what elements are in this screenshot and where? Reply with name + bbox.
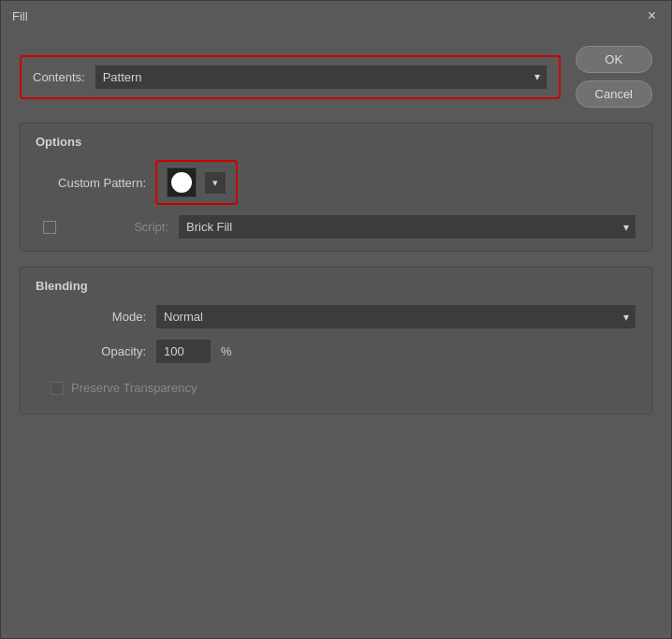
script-row: Script: Brick Fill [36,214,636,240]
custom-pattern-row: Custom Pattern: ▾ [36,160,636,205]
custom-pattern-label: Custom Pattern: [43,176,146,190]
contents-select-wrapper: Pattern [95,65,548,90]
percent-sign: % [221,344,232,358]
blending-section-title: Blending [36,279,636,293]
options-section: Options Custom Pattern: ▾ S [20,123,652,252]
script-label: Script: [66,220,168,234]
pattern-circle [171,172,192,193]
opacity-input[interactable] [155,339,212,364]
ok-cancel-buttons: OK Cancel [576,46,652,108]
contents-select[interactable]: Pattern [95,65,548,90]
script-checkbox-wrapper [43,221,56,234]
preserve-transparency-row: Preserve Transparency [36,373,636,399]
title-bar: Fill × [1,1,671,31]
blending-section: Blending Mode: Normal Opacity: % Preser [20,267,652,414]
mode-select[interactable]: Normal [155,304,636,329]
script-checkbox[interactable] [43,221,56,234]
contents-row: Contents: Pattern OK Cancel [20,46,652,108]
close-button[interactable]: × [644,8,660,23]
script-select[interactable]: Brick Fill [178,214,636,240]
opacity-row: Opacity: % [36,339,636,364]
preserve-transparency-checkbox[interactable] [51,382,64,395]
options-section-title: Options [36,135,636,149]
contents-section: Contents: Pattern [20,55,561,99]
ok-button[interactable]: OK [576,46,652,73]
custom-pattern-section: ▾ [155,160,238,205]
preserve-transparency-label: Preserve Transparency [71,381,197,395]
opacity-label: Opacity: [43,344,146,358]
pattern-preview-inner [168,168,196,196]
pattern-dropdown-button[interactable]: ▾ [204,171,226,195]
mode-select-wrapper: Normal [155,304,636,329]
cancel-button[interactable]: Cancel [576,80,652,108]
dialog-title: Fill [12,9,28,23]
mode-row: Mode: Normal [36,304,636,329]
mode-label: Mode: [43,310,146,324]
fill-dialog: Fill × Contents: Pattern OK Cancel Optio… [0,0,672,639]
pattern-preview [167,167,197,197]
script-select-wrapper: Brick Fill [178,214,636,240]
dialog-body: Contents: Pattern OK Cancel Options Cust… [1,31,671,429]
contents-label: Contents: [33,70,85,84]
